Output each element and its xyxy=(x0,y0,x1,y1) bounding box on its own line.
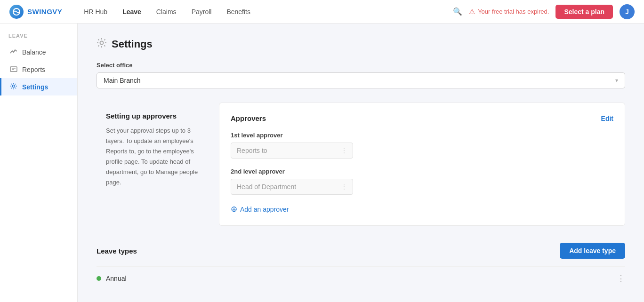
sidebar-section-label: LEAVE xyxy=(0,33,77,43)
topnav: SWINGVY HR Hub Leave Claims Payroll Bene… xyxy=(0,0,644,24)
search-button[interactable]: 🔍 xyxy=(453,7,462,16)
avatar[interactable]: J xyxy=(620,4,635,19)
nav-items: HR Hub Leave Claims Payroll Benefits xyxy=(77,5,453,18)
trial-expired-notice: ⚠ Your free trial has expired. xyxy=(469,8,549,16)
sidebar-item-settings-label: Settings xyxy=(22,83,48,91)
sidebar-item-reports[interactable]: Reports xyxy=(0,61,77,78)
level1-label: 1st level approver xyxy=(231,132,613,139)
logo-text: SWINGVY xyxy=(27,8,62,16)
nav-hr-hub[interactable]: HR Hub xyxy=(77,5,114,18)
office-field: Select office Main Branch ▾ xyxy=(97,62,625,88)
svg-rect-1 xyxy=(10,67,17,72)
reports-icon xyxy=(10,65,17,74)
sidebar: LEAVE Balance Reports Settings xyxy=(0,24,78,302)
nav-right: 🔍 ⚠ Your free trial has expired. Select … xyxy=(453,4,635,19)
approvers-section: Setting up approvers Set your approval s… xyxy=(97,103,625,226)
page-title: Settings xyxy=(112,38,153,50)
office-select-value: Main Branch xyxy=(104,77,141,84)
leave-dot-annual xyxy=(97,276,101,281)
leave-types-section: Leave types Add leave type Annual ⋮ xyxy=(97,243,625,290)
approvers-title: Approvers xyxy=(231,114,266,122)
trial-expired-text: Your free trial has expired. xyxy=(478,8,549,15)
leave-types-header: Leave types Add leave type xyxy=(97,243,625,259)
leave-type-name-annual: Annual xyxy=(106,275,127,282)
approvers-card: Approvers Edit 1st level approver Report… xyxy=(219,103,625,226)
svg-point-4 xyxy=(13,85,15,87)
level2-label: 2nd level approver xyxy=(231,168,613,175)
approvers-description: Setting up approvers Set your approval s… xyxy=(97,103,219,226)
level1-chevron-icon: ⋮ xyxy=(341,147,347,154)
approvers-header: Approvers Edit xyxy=(231,114,613,122)
level1-approver: 1st level approver Reports to ⋮ xyxy=(231,132,613,159)
level2-chevron-icon: ⋮ xyxy=(341,183,347,190)
layout: LEAVE Balance Reports Settings Se xyxy=(0,24,644,302)
leave-type-menu-annual[interactable]: ⋮ xyxy=(617,273,625,284)
select-plan-button[interactable]: Select a plan xyxy=(555,5,613,19)
balance-icon xyxy=(10,48,17,56)
level2-approver: 2nd level approver Head of Department ⋮ xyxy=(231,168,613,195)
nav-payroll[interactable]: Payroll xyxy=(185,5,218,18)
plus-circle-icon: ⊕ xyxy=(231,204,237,214)
sidebar-item-balance-label: Balance xyxy=(22,48,46,56)
settings-icon xyxy=(10,82,17,91)
sidebar-item-settings[interactable]: Settings xyxy=(0,78,77,95)
sidebar-item-balance[interactable]: Balance xyxy=(0,43,77,61)
office-select-dropdown[interactable]: Main Branch ▾ xyxy=(97,72,625,88)
logo-icon xyxy=(9,5,24,19)
leave-type-info: Annual xyxy=(97,275,127,282)
add-approver-button[interactable]: ⊕ Add an approver xyxy=(231,204,613,214)
nav-claims[interactable]: Claims xyxy=(150,5,183,18)
add-leave-type-button[interactable]: Add leave type xyxy=(560,243,625,259)
level1-value: Reports to xyxy=(237,147,267,154)
page-header-icon xyxy=(97,38,107,50)
level2-dropdown[interactable]: Head of Department ⋮ xyxy=(231,179,353,195)
nav-benefits[interactable]: Benefits xyxy=(220,5,257,18)
page-header: Settings xyxy=(97,38,625,50)
level1-dropdown[interactable]: Reports to ⋮ xyxy=(231,143,353,159)
table-row: Annual ⋮ xyxy=(97,266,625,290)
office-field-label: Select office xyxy=(97,62,625,69)
svg-point-5 xyxy=(100,41,104,45)
sidebar-item-reports-label: Reports xyxy=(22,66,45,73)
setting-up-approvers-desc: Set your approval steps up to 3 layers. … xyxy=(106,126,209,188)
setting-up-approvers-title: Setting up approvers xyxy=(106,112,209,120)
edit-approvers-button[interactable]: Edit xyxy=(601,115,613,122)
leave-types-title: Leave types xyxy=(97,247,137,255)
main-content: Settings Select office Main Branch ▾ Set… xyxy=(78,24,644,302)
level2-value: Head of Department xyxy=(237,183,296,191)
logo[interactable]: SWINGVY xyxy=(9,5,62,19)
chevron-down-icon: ▾ xyxy=(615,77,618,84)
nav-leave[interactable]: Leave xyxy=(116,5,148,18)
add-approver-label: Add an approver xyxy=(240,206,289,213)
warning-icon: ⚠ xyxy=(469,8,475,16)
